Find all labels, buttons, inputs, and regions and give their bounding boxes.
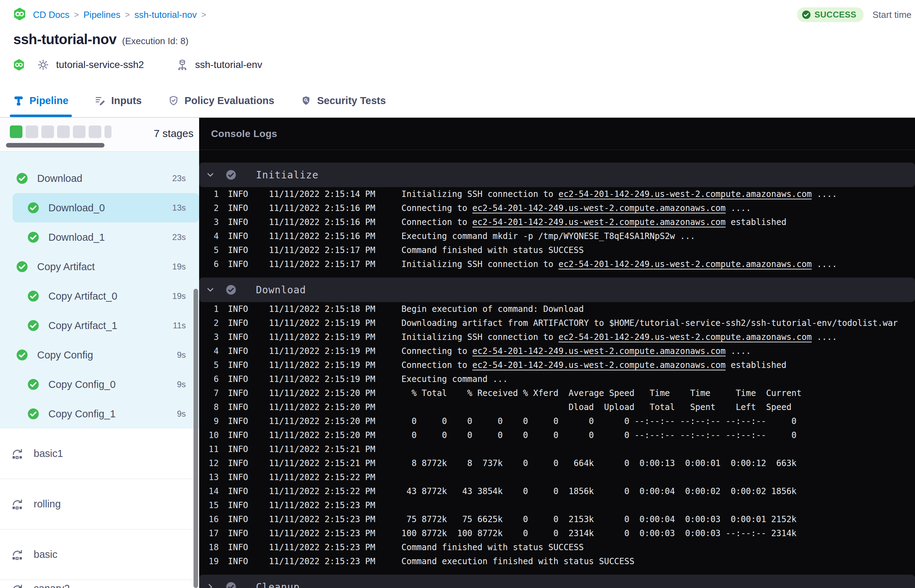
stage-row-copy-artifact[interactable]: Copy Artifact19s [0,252,199,281]
log-timestamp: 11/11/2022 2:15:22 PM [269,472,375,482]
log-line-number: 5 [208,245,219,255]
log-host-link[interactable]: ec2-54-201-142-249.us-west-2.compute.ama… [558,189,812,199]
chevron-right-icon[interactable] [206,583,215,588]
breadcrumb-link-cd-docs[interactable]: CD Docs [33,10,70,20]
log-host-link[interactable]: ec2-54-201-142-249.us-west-2.compute.ama… [472,217,725,227]
log-section-title: Download [256,284,306,296]
inputs-icon [95,95,105,106]
stage-row-copy-config_1[interactable]: Copy Config_19s [0,399,199,428]
log-message: Initializing SSH connection to ec2-54-20… [401,332,837,342]
execution-id-label: (Execution Id: 8) [122,36,188,47]
log-message: 75 8772k 75 6625k 0 0 2153k 0 0:00:04 0:… [401,514,797,524]
rollback-item-basic[interactable]: basic [0,530,199,580]
log-level: INFO [228,543,249,552]
log-row: 3INFO11/11/2022 2:15:16 PMConnection to … [199,215,915,229]
rollback-item-basic1[interactable]: basic1 [0,428,199,479]
stage-row-download_1[interactable]: Download_123s [0,223,199,252]
log-message: Command finished with status SUCCESS [401,245,584,255]
log-message: 8 8772k 8 737k 0 0 664k 0 0:00:13 0:00:0… [401,458,797,468]
log-line-number: 13 [208,472,219,482]
log-line-number: 15 [208,501,219,510]
log-line-number: 2 [208,318,219,328]
stage-label: Copy Config_0 [48,379,116,390]
log-line-number: 16 [208,514,219,524]
tab-policy-evaluations[interactable]: Policy Evaluations [168,84,274,117]
log-message: Command finished with status SUCCESS [401,543,584,552]
environment-name[interactable]: ssh-tutorial-env [195,59,262,70]
stage-progress-square [57,126,70,138]
log-timestamp: 11/11/2022 2:15:21 PM [269,444,375,454]
stage-label: Copy Artifact_0 [48,291,118,302]
log-level: INFO [228,472,249,482]
log-message: Connecting to ec2-54-201-142-249.us-west… [401,346,751,356]
harness-cd-logo-icon [13,7,27,23]
rollback-icon [11,583,24,588]
log-timestamp: 11/11/2022 2:15:23 PM [269,501,375,510]
stage-count-label: 7 stages [154,128,194,139]
status-check-icon [802,10,811,19]
log-level: INFO [228,528,249,538]
log-message: Connection to ec2-54-201-142-249.us-west… [401,360,786,370]
breadcrumb-link-ssh-tutorial-nov[interactable]: ssh-tutorial-nov [135,10,197,20]
log-timestamp: 11/11/2022 2:15:16 PM [269,203,375,213]
tab-security-tests[interactable]: Security Tests [301,84,386,117]
log-timestamp: 11/11/2022 2:15:19 PM [269,346,375,356]
breadcrumb-link-pipelines[interactable]: Pipelines [83,10,121,20]
log-host-link[interactable]: ec2-54-201-142-249.us-west-2.compute.ama… [558,332,812,342]
stage-row-copy-config[interactable]: Copy Config9s [0,340,199,370]
section-success-check-icon [226,582,236,588]
tab-pipeline[interactable]: Pipeline [13,84,68,117]
stage-row-download[interactable]: Download23s [0,164,199,193]
log-timestamp: 11/11/2022 2:15:23 PM [269,528,375,538]
stage-row-copy-config_0[interactable]: Copy Config_09s [0,370,199,399]
stage-progress-square [10,126,23,138]
service-name[interactable]: tutorial-service-ssh2 [56,59,144,70]
stage-row-download_0[interactable]: Download_013s [13,193,199,223]
log-timestamp: 11/11/2022 2:15:18 PM [269,304,375,314]
stage-row-copy-artifact_1[interactable]: Copy Artifact_111s [0,311,199,340]
stage-success-check-icon [27,408,39,420]
stage-success-check-icon [27,202,39,214]
stage-label: Copy Config_1 [48,408,116,420]
breadcrumb: CD Docs>Pipelines>ssh-tutorial-nov> [33,10,211,20]
log-line-number: 3 [208,332,219,342]
log-timestamp: 11/11/2022 2:15:23 PM [269,543,375,552]
log-level: INFO [228,444,249,454]
log-line-number: 1 [208,189,219,199]
log-host-link[interactable]: ec2-54-201-142-249.us-west-2.compute.ama… [558,259,812,269]
rollback-item-label: basic1 [34,448,63,459]
section-success-check-icon [226,170,236,180]
status-badge: SUCCESS [797,7,863,22]
log-row: 13INFO11/11/2022 2:15:22 PM [199,470,915,484]
stage-progress-square [26,126,38,138]
log-host-link[interactable]: ec2-54-201-142-249.us-west-2.compute.ama… [472,360,725,370]
rollback-item-label: basic [34,549,58,560]
log-timestamp: 11/11/2022 2:15:20 PM [269,416,375,426]
rollback-item-rolling[interactable]: rolling [0,479,199,530]
log-row: 16INFO11/11/2022 2:15:23 PM 75 8772k 75 … [199,512,915,526]
security-shield-icon [301,95,311,106]
chevron-down-icon[interactable] [206,286,215,294]
log-level: INFO [228,501,249,510]
sidebar-scrollbar-thumb[interactable] [194,289,198,588]
log-message: Dload Upload Total Spent Left Speed [401,402,792,412]
tab-inputs[interactable]: Inputs [95,84,142,117]
log-section-header-cleanup[interactable]: Cleanup [199,575,915,588]
horizontal-scrollbar-thumb[interactable] [6,143,105,147]
log-row: 6INFO11/11/2022 2:15:17 PMInitializing S… [199,257,915,271]
rollback-item-canary2[interactable]: canary2 [0,580,199,588]
log-host-link[interactable]: ec2-54-201-142-249.us-west-2.compute.ama… [472,203,725,213]
log-row: 18INFO11/11/2022 2:15:23 PMCommand finis… [199,540,915,554]
policy-shield-icon [168,95,179,106]
log-message: Executing command ... [401,374,508,384]
log-line-number: 10 [208,430,219,440]
stage-success-check-icon [16,261,28,273]
log-message: % Total % Received % Xferd Average Speed… [401,388,802,398]
log-section-header-initialize[interactable]: Initialize [199,163,915,187]
log-section-header-download[interactable]: Download [199,278,915,302]
stage-row-copy-artifact_0[interactable]: Copy Artifact_019s [0,281,199,311]
log-line-number: 9 [208,416,219,426]
chevron-down-icon[interactable] [206,171,215,179]
log-level: INFO [228,388,249,398]
log-host-link[interactable]: ec2-54-201-142-249.us-west-2.compute.ama… [472,346,725,356]
